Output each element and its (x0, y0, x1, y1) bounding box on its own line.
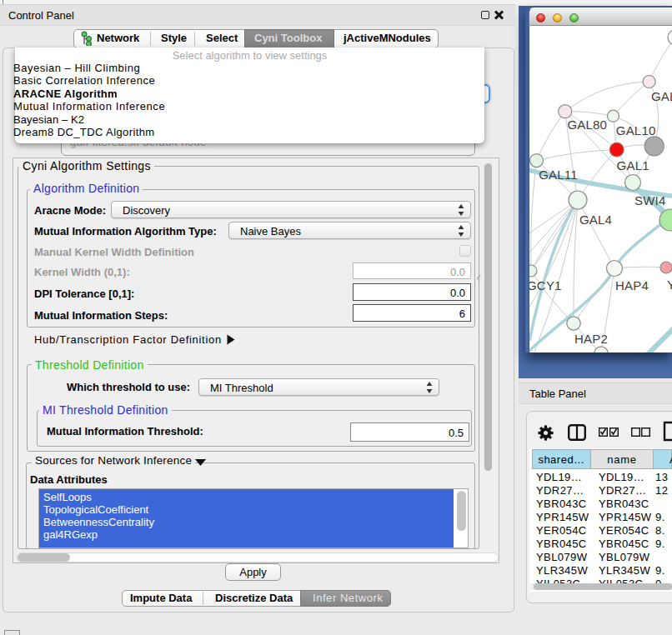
svg-text:GAL10: GAL10 (616, 123, 656, 138)
svg-text:Y: Y (667, 278, 672, 292)
svg-text:GCY1: GCY1 (529, 278, 562, 292)
svg-text:HAP2: HAP2 (574, 332, 608, 346)
svg-text:SWI4: SWI4 (634, 193, 665, 208)
svg-text:GAL80: GAL80 (567, 118, 607, 132)
svg-text:GAL1: GAL1 (617, 158, 649, 172)
svg-text:GAL4: GAL4 (579, 212, 612, 227)
svg-text:HAP4: HAP4 (615, 278, 649, 292)
svg-text:GAL7: GAL7 (651, 89, 672, 103)
svg-text:GAL11: GAL11 (539, 168, 578, 182)
